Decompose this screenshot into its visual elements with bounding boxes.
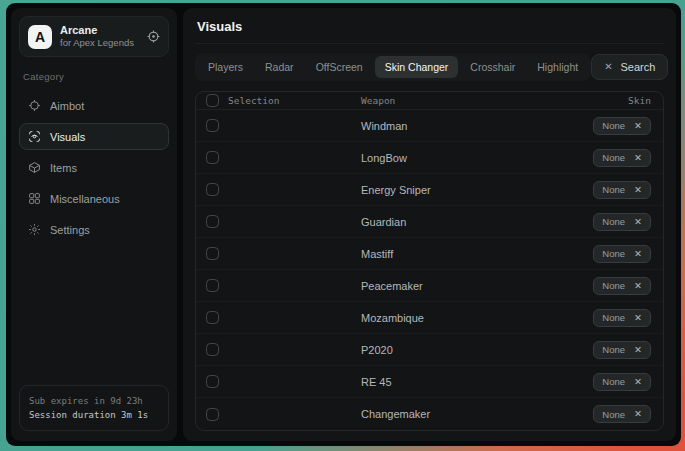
- row-checkbox[interactable]: [206, 343, 219, 356]
- subscription-card: Sub expires in 9d 23h Session duration 3…: [19, 385, 169, 431]
- table-row: Mastiff None ✕: [196, 238, 663, 270]
- skin-select-badge[interactable]: None ✕: [593, 213, 651, 231]
- table-row: Peacemaker None ✕: [196, 270, 663, 302]
- clear-skin-icon[interactable]: ✕: [634, 313, 642, 323]
- row-checkbox[interactable]: [206, 247, 219, 260]
- row-checkbox[interactable]: [206, 311, 219, 324]
- search-button-label: Search: [621, 61, 656, 73]
- row-checkbox[interactable]: [206, 215, 219, 228]
- table-row: Guardian None ✕: [196, 206, 663, 238]
- sidebar-item-miscellaneous[interactable]: Miscellaneous: [19, 185, 169, 212]
- skin-value: None: [602, 152, 625, 163]
- weapon-name: RE 45: [361, 376, 593, 388]
- clear-skin-icon[interactable]: ✕: [634, 153, 642, 163]
- sidebar-item-aimbot[interactable]: Aimbot: [19, 92, 169, 119]
- row-checkbox[interactable]: [206, 375, 219, 388]
- table-body: Windman None ✕ LongBow None ✕ Energy Sni…: [196, 110, 663, 430]
- skin-select-badge[interactable]: None ✕: [593, 245, 651, 263]
- select-all-checkbox[interactable]: [206, 94, 219, 107]
- tab-crosshair[interactable]: Crosshair: [460, 56, 525, 78]
- clear-skin-icon[interactable]: ✕: [634, 185, 642, 195]
- table-row: P2020 None ✕: [196, 334, 663, 366]
- category-nav: Aimbot Visuals Items Miscellaneous Setti…: [19, 92, 169, 243]
- app-header-card: A Arcane for Apex Legends: [19, 16, 169, 57]
- crosshair-icon: [28, 99, 41, 112]
- column-header-skin: Skin: [628, 95, 651, 106]
- tab-highlight[interactable]: Highlight: [527, 56, 588, 78]
- skin-select-badge[interactable]: None ✕: [593, 309, 651, 327]
- column-header-selection: Selection: [228, 95, 361, 106]
- skin-select-badge[interactable]: None ✕: [593, 373, 651, 391]
- weapon-name: Windman: [361, 120, 593, 132]
- skin-select-badge[interactable]: None ✕: [593, 341, 651, 359]
- weapon-name: Mozambique: [361, 312, 593, 324]
- skin-select-badge[interactable]: None ✕: [593, 117, 651, 135]
- search-button[interactable]: ✕ Search: [591, 54, 668, 80]
- target-status-icon[interactable]: [147, 30, 160, 43]
- skin-select-badge[interactable]: None ✕: [593, 149, 651, 167]
- skin-value: None: [602, 184, 625, 195]
- sidebar-item-visuals[interactable]: Visuals: [19, 123, 169, 150]
- skin-value: None: [602, 344, 625, 355]
- clear-skin-icon[interactable]: ✕: [634, 249, 642, 259]
- column-header-weapon: Weapon: [361, 95, 628, 106]
- clear-skin-icon[interactable]: ✕: [634, 217, 642, 227]
- skin-select-badge[interactable]: None ✕: [593, 181, 651, 199]
- eye-scan-icon: [28, 130, 41, 143]
- tab-offscreen[interactable]: OffScreen: [306, 56, 373, 78]
- row-checkbox[interactable]: [206, 279, 219, 292]
- table-row: Windman None ✕: [196, 110, 663, 142]
- row-checkbox[interactable]: [206, 151, 219, 164]
- clear-skin-icon[interactable]: ✕: [634, 409, 642, 419]
- category-label: Category: [23, 71, 165, 82]
- table-row: RE 45 None ✕: [196, 366, 663, 398]
- row-checkbox[interactable]: [206, 119, 219, 132]
- skin-value: None: [602, 280, 625, 291]
- table-row: Mozambique None ✕: [196, 302, 663, 334]
- weapon-name: Guardian: [361, 216, 593, 228]
- row-checkbox[interactable]: [206, 408, 219, 421]
- app-titles: Arcane for Apex Legends: [60, 24, 139, 49]
- main-panel: Visuals PlayersRadarOffScreenSkin Change…: [183, 8, 676, 441]
- row-checkbox[interactable]: [206, 183, 219, 196]
- app-name: Arcane: [60, 24, 139, 37]
- tab-players[interactable]: Players: [198, 56, 253, 78]
- weapon-name: Changemaker: [361, 408, 593, 420]
- skin-select-badge[interactable]: None ✕: [593, 277, 651, 295]
- clear-skin-icon[interactable]: ✕: [634, 345, 642, 355]
- weapon-name: P2020: [361, 344, 593, 356]
- skin-value: None: [602, 120, 625, 131]
- clear-skin-icon[interactable]: ✕: [634, 377, 642, 387]
- weapon-name: LongBow: [361, 152, 593, 164]
- tab-skin-changer[interactable]: Skin Changer: [375, 56, 459, 78]
- skin-table: Selection Weapon Skin Windman None ✕ Lon…: [195, 91, 664, 431]
- skin-value: None: [602, 216, 625, 227]
- grid-icon: [28, 192, 41, 205]
- table-row: Energy Sniper None ✕: [196, 174, 663, 206]
- page-title: Visuals: [197, 19, 662, 34]
- table-row: Changemaker None ✕: [196, 398, 663, 430]
- sidebar: A Arcane for Apex Legends Category Aimbo…: [11, 8, 177, 441]
- clear-skin-icon[interactable]: ✕: [634, 121, 642, 131]
- skin-value: None: [602, 409, 625, 420]
- clear-skin-icon[interactable]: ✕: [634, 281, 642, 291]
- skin-value: None: [602, 376, 625, 387]
- tab-bar: PlayersRadarOffScreenSkin ChangerCrossha…: [195, 53, 591, 81]
- skin-select-badge[interactable]: None ✕: [593, 405, 651, 423]
- package-icon: [28, 161, 41, 174]
- weapon-name: Mastiff: [361, 248, 593, 260]
- sidebar-item-settings[interactable]: Settings: [19, 216, 169, 243]
- skin-value: None: [602, 248, 625, 259]
- search-icon: ✕: [604, 62, 612, 72]
- skin-value: None: [602, 312, 625, 323]
- sub-expires-text: Sub expires in 9d 23h: [29, 394, 159, 408]
- app-subtitle: for Apex Legends: [60, 37, 139, 49]
- sidebar-item-items[interactable]: Items: [19, 154, 169, 181]
- app-window: A Arcane for Apex Legends Category Aimbo…: [6, 3, 681, 446]
- main-header: Visuals: [195, 8, 664, 44]
- app-logo: A: [28, 25, 52, 49]
- toolbar: PlayersRadarOffScreenSkin ChangerCrossha…: [195, 53, 664, 81]
- session-duration-text: Session duration 3m 1s: [29, 408, 159, 422]
- tab-radar[interactable]: Radar: [255, 56, 304, 78]
- table-row: LongBow None ✕: [196, 142, 663, 174]
